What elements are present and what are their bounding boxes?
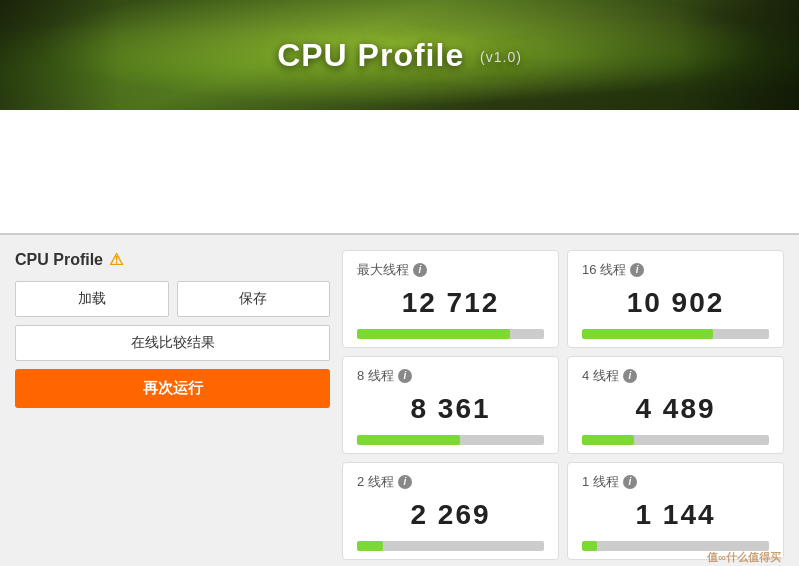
header-title: CPU Profile (v1.0) (277, 37, 522, 74)
load-save-row: 加载 保存 (15, 281, 330, 317)
score-bar-container-1 (582, 329, 769, 339)
left-panel-title-text: CPU Profile (15, 251, 103, 269)
score-bar-container-3 (582, 435, 769, 445)
score-card-title-1: 16 线程 i (582, 261, 769, 279)
score-bar-container-0 (357, 329, 544, 339)
score-card-label-5: 1 线程 (582, 473, 619, 491)
compare-button[interactable]: 在线比较结果 (15, 325, 330, 361)
score-card-label-4: 2 线程 (357, 473, 394, 491)
score-card-4: 2 线程 i 2 269 (342, 462, 559, 560)
score-card-1: 16 线程 i 10 902 (567, 250, 784, 348)
score-value-1: 10 902 (582, 283, 769, 323)
score-bar-2 (357, 435, 460, 445)
score-bar-container-2 (357, 435, 544, 445)
score-card-label-2: 8 线程 (357, 367, 394, 385)
watermark: 值∞什么值得买 (707, 550, 781, 565)
score-value-2: 8 361 (357, 389, 544, 429)
score-bar-container-4 (357, 541, 544, 551)
score-card-0: 最大线程 i 12 712 (342, 250, 559, 348)
score-bar-0 (357, 329, 510, 339)
score-value-5: 1 144 (582, 495, 769, 535)
score-value-0: 12 712 (357, 283, 544, 323)
header-title-text: CPU Profile (277, 37, 464, 73)
info-icon-4[interactable]: i (398, 475, 412, 489)
main-content: CPU Profile ⚠ 加载 保存 在线比较结果 再次运行 最大线程 i 1… (0, 235, 799, 566)
white-content-area (0, 110, 799, 235)
info-icon-0[interactable]: i (413, 263, 427, 277)
left-panel-title: CPU Profile ⚠ (15, 250, 330, 269)
info-icon-5[interactable]: i (623, 475, 637, 489)
left-panel: CPU Profile ⚠ 加载 保存 在线比较结果 再次运行 (15, 250, 330, 560)
header-version: (v1.0) (480, 49, 522, 65)
score-card-label-0: 最大线程 (357, 261, 409, 279)
header-banner: CPU Profile (v1.0) (0, 0, 799, 110)
score-card-5: 1 线程 i 1 144 (567, 462, 784, 560)
load-button[interactable]: 加载 (15, 281, 169, 317)
score-card-title-4: 2 线程 i (357, 473, 544, 491)
run-button[interactable]: 再次运行 (15, 369, 330, 408)
score-card-label-1: 16 线程 (582, 261, 626, 279)
info-icon-3[interactable]: i (623, 369, 637, 383)
score-card-title-0: 最大线程 i (357, 261, 544, 279)
score-card-3: 4 线程 i 4 489 (567, 356, 784, 454)
score-value-3: 4 489 (582, 389, 769, 429)
info-icon-1[interactable]: i (630, 263, 644, 277)
score-bar-3 (582, 435, 634, 445)
score-grid: 最大线程 i 12 712 16 线程 i 10 902 8 线程 i 8 36… (342, 250, 784, 560)
warning-icon: ⚠ (109, 250, 123, 269)
score-value-4: 2 269 (357, 495, 544, 535)
score-bar-5 (582, 541, 597, 551)
score-card-title-3: 4 线程 i (582, 367, 769, 385)
score-bar-4 (357, 541, 383, 551)
save-button[interactable]: 保存 (177, 281, 331, 317)
score-card-2: 8 线程 i 8 361 (342, 356, 559, 454)
info-icon-2[interactable]: i (398, 369, 412, 383)
score-bar-1 (582, 329, 713, 339)
score-card-label-3: 4 线程 (582, 367, 619, 385)
score-card-title-5: 1 线程 i (582, 473, 769, 491)
score-card-title-2: 8 线程 i (357, 367, 544, 385)
